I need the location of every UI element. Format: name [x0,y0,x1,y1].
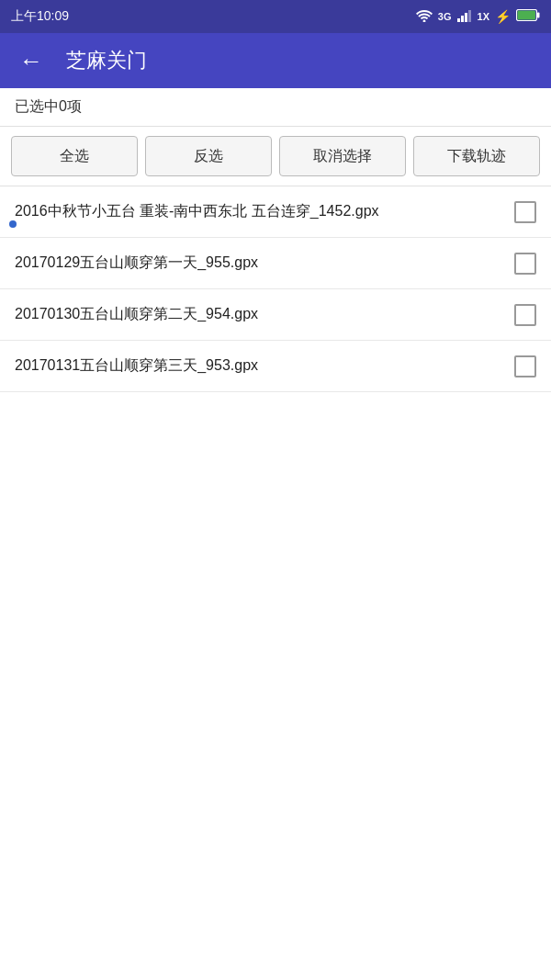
list-item[interactable]: 20170129五台山顺穿第一天_955.gpx [0,238,551,289]
svg-rect-5 [518,11,536,20]
invert-selection-button[interactable]: 反选 [145,136,272,176]
file-name: 20170131五台山顺穿第三天_953.gpx [15,355,514,376]
file-checkbox[interactable] [514,304,536,326]
battery-icon [516,9,540,24]
charging-icon: ⚡ [495,9,511,24]
toolbar: 全选 反选 取消选择 下载轨迹 [0,127,551,186]
cancel-selection-button[interactable]: 取消选择 [279,136,406,176]
list-item[interactable]: 20170131五台山顺穿第三天_953.gpx [0,341,551,392]
wifi-icon [416,9,433,25]
file-name: 20170130五台山顺穿第二天_954.gpx [15,304,514,324]
svg-rect-0 [457,18,460,22]
file-list: 2016中秋节小五台 重装-南中西东北 五台连穿_1452.gpx2017012… [0,186,551,392]
download-track-button[interactable]: 下载轨迹 [413,136,540,176]
file-name: 20170129五台山顺穿第一天_955.gpx [15,253,514,273]
selection-info: 已选中0项 [0,88,551,127]
list-item[interactable]: 20170130五台山顺穿第二天_954.gpx [0,289,551,341]
file-name: 2016中秋节小五台 重装-南中西东北 五台连穿_1452.gpx [15,201,514,221]
app-title: 芝麻关门 [66,47,147,74]
network-type-icon: 1X [478,11,489,22]
signal-icon: 3G [438,11,452,22]
status-dot [9,220,17,228]
content: 已选中0项 全选 反选 取消选择 下载轨迹 2016中秋节小五台 重装-南中西东… [0,88,551,980]
file-checkbox[interactable] [514,253,536,275]
select-all-button[interactable]: 全选 [11,136,138,176]
status-time: 上午10:09 [11,8,69,25]
file-checkbox[interactable] [514,201,536,223]
svg-rect-3 [468,10,471,22]
svg-rect-2 [465,13,467,22]
file-checkbox[interactable] [514,355,536,377]
svg-rect-1 [461,16,464,22]
back-button[interactable]: ← [15,44,48,77]
signal-strength-icon [457,9,472,25]
svg-rect-6 [537,13,540,18]
status-icons: 3G 1X ⚡ [416,9,540,25]
app-bar: ← 芝麻关门 [0,33,551,88]
status-bar: 上午10:09 3G 1X ⚡ [0,0,551,33]
list-item[interactable]: 2016中秋节小五台 重装-南中西东北 五台连穿_1452.gpx [0,186,551,238]
